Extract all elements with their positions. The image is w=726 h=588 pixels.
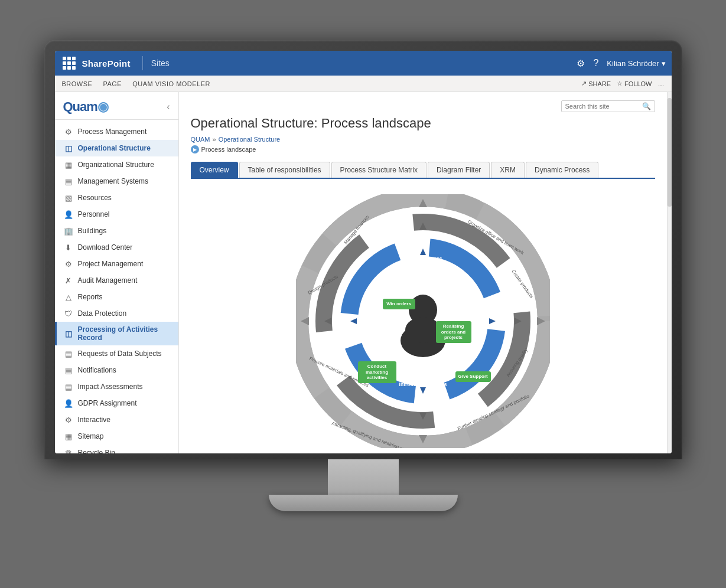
- monitor-neck: [328, 459, 399, 495]
- quam-visio-modeler-nav-item[interactable]: QUAM VISIO MODELER: [132, 80, 210, 87]
- top-navigation-bar: SharePoint Sites ⚙ ? Kilian Schröder ▾: [55, 51, 672, 76]
- sidebar-item-interactive[interactable]: ⚙ Interactive: [55, 411, 178, 428]
- svg-text:After Sales: After Sales: [475, 323, 481, 349]
- sidebar-item-label: Operational Structure: [78, 144, 151, 152]
- sidebar-item-buildings[interactable]: 🏢 Buildings: [55, 223, 178, 239]
- sidebar-item-label: Management Systems: [78, 177, 148, 185]
- nav-divider: [142, 56, 143, 70]
- project-management-icon: ⚙: [64, 259, 73, 269]
- sidebar-item-download-center[interactable]: ⬇ Download Center: [55, 239, 178, 256]
- more-action[interactable]: …: [658, 80, 665, 87]
- breadcrumb-section[interactable]: Operational Structure: [219, 136, 281, 143]
- sidebar-item-impact-assessments[interactable]: ▤ Impact Assessments: [55, 378, 178, 395]
- sidebar-item-label: Notifications: [78, 366, 116, 374]
- svg-text:Win orders: Win orders: [365, 308, 371, 335]
- sidebar-item-organizational-structure[interactable]: ▦ Organizational Structure: [55, 156, 178, 173]
- sidebar-item-label: Requests of Data Subjects: [78, 349, 162, 358]
- breadcrumb-root[interactable]: QUAM: [191, 136, 210, 143]
- sidebar-navigation: ⚙ Process Management ◫ Operational Struc…: [55, 120, 178, 453]
- tab-overview[interactable]: Overview: [191, 162, 238, 178]
- page-nav-item[interactable]: PAGE: [103, 80, 122, 87]
- process-svg: Manage finances Design products Organize…: [296, 194, 550, 448]
- sidebar-item-label: Process Management: [78, 128, 147, 136]
- settings-icon[interactable]: ⚙: [577, 58, 585, 69]
- sidebar-item-label: Sitemap: [78, 432, 104, 440]
- sidebar-item-label: Buildings: [78, 227, 107, 235]
- sidebar-collapse-button[interactable]: ‹: [167, 102, 170, 112]
- sidebar-item-label: Resources: [78, 194, 112, 202]
- process-management-icon: ⚙: [64, 127, 73, 136]
- sidebar-item-management-systems[interactable]: ▤ Management Systems: [55, 173, 178, 190]
- sidebar-item-label: Organizational Structure: [78, 161, 154, 169]
- buildings-icon: 🏢: [64, 226, 73, 236]
- resources-icon: ▧: [64, 193, 73, 202]
- sidebar-item-sitemap[interactable]: ▦ Sitemap: [55, 428, 178, 445]
- quam-logo-accent: ◉: [97, 99, 108, 114]
- process-box-give-support[interactable]: Give Support: [455, 371, 491, 382]
- sidebar-item-requests-data-subjects[interactable]: ▤ Requests of Data Subjects: [55, 345, 178, 362]
- impact-assessments-icon: ▤: [64, 382, 73, 391]
- sidebar-item-label: Data Protection: [78, 309, 127, 318]
- share-icon: ↗: [581, 80, 587, 87]
- sidebar-item-label: Personnel: [78, 210, 110, 218]
- tab-responsibilities[interactable]: Table of responsibilities: [239, 162, 330, 178]
- sidebar-item-audit-management[interactable]: ✗ Audit Management: [55, 272, 178, 289]
- management-systems-icon: ▤: [64, 177, 73, 186]
- sidebar-item-process-management[interactable]: ⚙ Process Management: [55, 123, 178, 140]
- process-box-conduct-marketing[interactable]: Conductmarketingactivities: [358, 361, 396, 383]
- user-chevron-icon: ▾: [662, 59, 666, 68]
- sitemap-icon: ▦: [64, 432, 73, 441]
- process-box-win-orders[interactable]: Win orders: [383, 299, 415, 309]
- audit-management-icon: ✗: [64, 276, 73, 285]
- breadcrumb-sub-label[interactable]: Process landscape: [201, 146, 256, 153]
- tab-xrm[interactable]: XRM: [491, 162, 525, 178]
- sidebar-item-processing-activities[interactable]: ◫ Processing of Activities Record: [55, 322, 178, 345]
- sidebar-item-notifications[interactable]: ▤ Notifications: [55, 362, 178, 378]
- browse-nav-item[interactable]: BROWSE: [62, 80, 93, 87]
- svg-marker-16: [420, 249, 426, 255]
- sidebar-item-label: Interactive: [78, 416, 110, 424]
- svg-text:Introduce ourselves: Introduce ourselves: [399, 381, 447, 387]
- sidebar-item-gdpr-assignment[interactable]: 👤 GDPR Assignment: [55, 395, 178, 411]
- sidebar-item-data-protection[interactable]: 🛡 Data Protection: [55, 305, 178, 322]
- process-box-realising-orders[interactable]: Realisingorders andprojects: [436, 321, 471, 343]
- main-area: Quam◉ ‹ ⚙ Process Management ◫ Operation…: [55, 92, 672, 453]
- processing-activities-icon: ◫: [64, 329, 73, 338]
- sidebar-item-recycle-bin[interactable]: 🗑 Recycle Bin: [55, 445, 178, 453]
- diagram-container: Manage finances Design products Organize…: [191, 188, 655, 453]
- gdpr-icon: 👤: [64, 398, 73, 408]
- sidebar-item-label: Reports: [78, 293, 103, 301]
- grid-icon: [63, 57, 76, 70]
- tab-dynamic-process[interactable]: Dynamic Process: [526, 162, 598, 178]
- content-tabs: Overview Table of responsibilities Proce…: [191, 162, 655, 179]
- download-center-icon: ⬇: [64, 243, 73, 252]
- top-bar-right: ⚙ ? Kilian Schröder ▾: [577, 58, 665, 69]
- share-action[interactable]: ↗ SHARE: [581, 80, 611, 87]
- sidebar-item-project-management[interactable]: ⚙ Project Management: [55, 256, 178, 272]
- tab-diagram-filter[interactable]: Diagram Filter: [428, 162, 490, 178]
- app-grid-button[interactable]: [61, 55, 77, 71]
- sidebar-item-label: Download Center: [78, 243, 133, 251]
- data-protection-icon: 🛡: [64, 309, 73, 318]
- sidebar-item-resources[interactable]: ▧ Resources: [55, 190, 178, 206]
- reports-icon: △: [64, 292, 73, 302]
- monitor-base: [269, 495, 458, 511]
- sidebar-item-operational-structure[interactable]: ◫ Operational Structure: [55, 140, 178, 156]
- sidebar-item-personnel[interactable]: 👤 Personnel: [55, 206, 178, 223]
- sidebar-item-label: Recycle Bin: [78, 449, 115, 453]
- user-menu[interactable]: Kilian Schröder ▾: [607, 59, 665, 68]
- search-input[interactable]: [565, 103, 642, 110]
- sidebar-item-label: Impact Assessments: [78, 383, 143, 391]
- scrollbar[interactable]: [667, 92, 672, 453]
- scrollbar-thumb[interactable]: [668, 98, 672, 207]
- breadcrumb-arrow: »: [213, 136, 216, 143]
- sites-link[interactable]: Sites: [151, 58, 170, 68]
- help-icon[interactable]: ?: [593, 58, 598, 68]
- content-header-right: 🔍: [561, 100, 655, 112]
- search-icon[interactable]: 🔍: [642, 102, 651, 110]
- tab-process-structure[interactable]: Process Structure Matrix: [331, 162, 427, 178]
- follow-action[interactable]: ☆ FOLLOW: [617, 80, 652, 87]
- sidebar-item-reports[interactable]: △ Reports: [55, 289, 178, 305]
- page-title: Operational Structure: Process landscape: [191, 116, 655, 131]
- svg-marker-17: [489, 318, 496, 324]
